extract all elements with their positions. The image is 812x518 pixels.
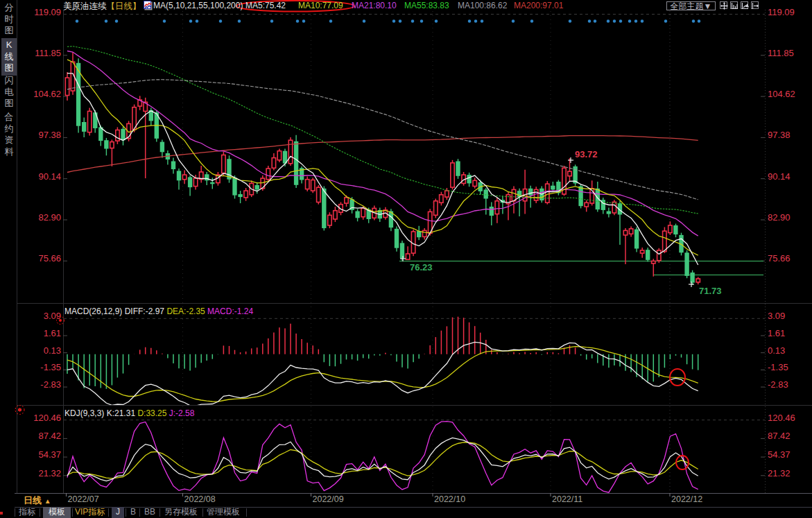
svg-text:90.14: 90.14: [38, 171, 61, 182]
svg-text:87.42: 87.42: [38, 431, 61, 441]
svg-text:-1.35: -1.35: [768, 362, 788, 372]
svg-text:2022/12: 2022/12: [671, 494, 702, 504]
svg-text:97.38: 97.38: [768, 130, 791, 140]
svg-text:71.73: 71.73: [699, 286, 722, 296]
svg-text:82.90: 82.90: [38, 212, 61, 223]
svg-text:54.37: 54.37: [38, 449, 61, 460]
svg-text:2022/09: 2022/09: [313, 494, 344, 504]
svg-text:90.14: 90.14: [768, 171, 791, 182]
svg-text:2022/08: 2022/08: [184, 494, 216, 504]
svg-text:119.09: 119.09: [768, 7, 795, 17]
svg-text:104.62: 104.62: [33, 89, 61, 99]
svg-text:93.72: 93.72: [575, 149, 598, 159]
svg-text:0.13: 0.13: [768, 345, 785, 356]
svg-text:54.37: 54.37: [768, 449, 791, 460]
svg-text:3.09: 3.09: [44, 311, 61, 321]
svg-text:21.32: 21.32: [38, 468, 61, 478]
svg-text:-1.35: -1.35: [40, 362, 61, 372]
svg-text:82.90: 82.90: [768, 212, 791, 223]
svg-text:1.61: 1.61: [768, 328, 785, 338]
svg-text:76.23: 76.23: [410, 262, 433, 273]
svg-text:0.13: 0.13: [44, 345, 61, 356]
svg-text:-2.83: -2.83: [40, 379, 61, 390]
svg-text:87.42: 87.42: [768, 431, 791, 441]
svg-text:119.09: 119.09: [34, 7, 61, 17]
svg-text:120.46: 120.46: [768, 413, 795, 423]
svg-text:111.85: 111.85: [35, 48, 61, 58]
svg-text:120.46: 120.46: [33, 413, 61, 423]
svg-text:1.61: 1.61: [44, 328, 61, 338]
svg-text:2022/10: 2022/10: [434, 494, 465, 504]
svg-text:2022/11: 2022/11: [552, 494, 582, 504]
svg-text:97.38: 97.38: [38, 130, 61, 140]
svg-text:2022/07: 2022/07: [68, 494, 99, 504]
svg-text:-2.83: -2.83: [768, 379, 788, 390]
svg-text:111.85: 111.85: [768, 48, 794, 58]
svg-text:104.62: 104.62: [768, 89, 795, 99]
svg-text:21.32: 21.32: [768, 468, 791, 478]
svg-text:75.66: 75.66: [38, 253, 61, 264]
svg-text:75.66: 75.66: [768, 253, 791, 264]
svg-text:3.09: 3.09: [768, 311, 785, 321]
